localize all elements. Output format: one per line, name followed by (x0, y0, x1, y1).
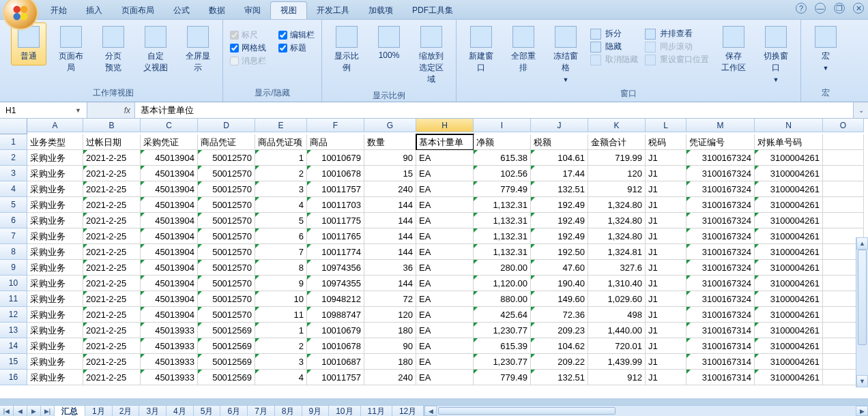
cell[interactable]: 120 (364, 307, 416, 323)
cell[interactable]: 3100004261 (755, 323, 823, 338)
row-header-5[interactable]: 5 (0, 197, 27, 213)
save-workspace-button[interactable]: 保存 工作区 (716, 23, 751, 77)
cell[interactable]: 2021-2-25 (83, 166, 141, 181)
row-header-13[interactable]: 13 (0, 323, 27, 338)
ribbon-tab-4[interactable]: 数据 (199, 2, 235, 19)
cell[interactable]: 基本计量单 (416, 134, 474, 150)
cell[interactable]: 45013904 (141, 307, 198, 323)
cell[interactable]: 779.49 (474, 181, 531, 197)
cell[interactable]: 7 (255, 244, 307, 260)
cell[interactable]: 425.64 (474, 307, 531, 323)
row-header-10[interactable]: 10 (0, 276, 27, 291)
cell[interactable]: J1 (646, 213, 686, 228)
cell[interactable]: 190.40 (531, 276, 588, 291)
cell[interactable]: EA (416, 244, 474, 260)
scroll-down-button[interactable]: ▼ (856, 375, 868, 387)
name-box[interactable]: H1▼ (0, 102, 87, 118)
cell[interactable]: 72 (364, 291, 416, 307)
row-header-15[interactable]: 15 (0, 354, 27, 370)
cell[interactable]: 50012570 (198, 181, 255, 197)
cell[interactable]: 209.22 (531, 354, 588, 370)
sheet-nav-first[interactable]: |◀ (0, 406, 14, 416)
cell[interactable]: 50012570 (198, 197, 255, 213)
cell[interactable]: 104.62 (531, 338, 588, 354)
sheet-nav-prev[interactable]: ◀ (14, 406, 27, 416)
cell[interactable]: 2021-2-25 (83, 291, 141, 307)
cell[interactable]: 3100004261 (755, 181, 823, 197)
ribbon-tab-5[interactable]: 审阅 (235, 2, 270, 19)
cell[interactable]: 3100004261 (755, 276, 823, 291)
cell[interactable]: 45013904 (141, 228, 198, 244)
sheet-tab-8月[interactable]: 8月 (275, 406, 302, 416)
cell[interactable]: 3100004261 (755, 370, 823, 385)
cell[interactable]: 3100167314 (686, 338, 755, 354)
sheet-tab-10月[interactable]: 10月 (329, 406, 360, 416)
cell[interactable]: 3100167324 (686, 276, 755, 291)
cell[interactable]: 3100167324 (686, 150, 755, 166)
cell[interactable]: J1 (646, 291, 686, 307)
sheet-tab-1月[interactable]: 1月 (85, 406, 113, 416)
cell[interactable]: 税额 (531, 134, 588, 150)
ribbon-tab-0[interactable]: 开始 (41, 2, 76, 19)
cell[interactable]: 3100004261 (755, 213, 823, 228)
cell[interactable]: 45013904 (141, 181, 198, 197)
cell[interactable]: 1,310.40 (588, 276, 646, 291)
cell[interactable]: J1 (646, 166, 686, 181)
cell[interactable]: 10988747 (307, 307, 364, 323)
cell[interactable]: 11 (255, 307, 307, 323)
fx-button[interactable]: fx (124, 106, 130, 115)
cell[interactable]: 10010679 (307, 150, 364, 166)
cell[interactable]: 104.61 (531, 150, 588, 166)
chevron-down-icon[interactable]: ▼ (75, 107, 81, 114)
row-header-8[interactable]: 8 (0, 244, 27, 260)
cell[interactable]: 1,439.99 (588, 354, 646, 370)
cell[interactable]: 2021-2-25 (83, 228, 141, 244)
cell[interactable]: 10010687 (307, 354, 364, 370)
cell[interactable]: 采购业务 (27, 276, 83, 291)
row-header-6[interactable]: 6 (0, 213, 27, 228)
cell[interactable]: 1,132.31 (474, 197, 531, 213)
col-header-L[interactable]: L (646, 119, 686, 132)
cell[interactable]: 3100004261 (755, 228, 823, 244)
cell[interactable]: EA (416, 197, 474, 213)
scroll-thumb[interactable] (858, 250, 867, 345)
cell[interactable]: 50012569 (198, 323, 255, 338)
cell[interactable]: 50012569 (198, 354, 255, 370)
cell[interactable]: 50012570 (198, 276, 255, 291)
cell[interactable]: 327.6 (588, 260, 646, 276)
cell[interactable]: 615.38 (474, 150, 531, 166)
cell[interactable]: 45013933 (141, 338, 198, 354)
cell[interactable]: 采购业务 (27, 213, 83, 228)
sheet-tab-5月[interactable]: 5月 (194, 406, 221, 416)
cell[interactable]: J1 (646, 150, 686, 166)
cell[interactable]: 10974355 (307, 276, 364, 291)
cell[interactable] (823, 197, 864, 213)
cell[interactable]: EA (416, 291, 474, 307)
col-header-H[interactable]: H (416, 119, 474, 132)
cell[interactable]: 17.44 (531, 166, 588, 181)
cell[interactable]: 1,120.00 (474, 276, 531, 291)
cell[interactable]: 192.50 (531, 244, 588, 260)
cell[interactable]: 498 (588, 307, 646, 323)
sheet-tab-汇总[interactable]: 汇总 (55, 406, 85, 416)
cell[interactable]: 1,324.80 (588, 213, 646, 228)
cell[interactable]: 净额 (474, 134, 531, 150)
split-button[interactable]: 拆分 (590, 28, 638, 40)
cell[interactable]: 采购业务 (27, 291, 83, 307)
cell[interactable]: EA (416, 370, 474, 385)
cell[interactable]: J1 (646, 338, 686, 354)
cell[interactable]: 2021-2-25 (83, 244, 141, 260)
ribbon-tab-2[interactable]: 页面布局 (112, 2, 164, 19)
cell[interactable]: 5 (255, 213, 307, 228)
cell[interactable]: 1,440.00 (588, 323, 646, 338)
cell[interactable]: 3 (255, 354, 307, 370)
switch-windows-button[interactable]: 切换窗口▼ (758, 23, 794, 87)
row-header-2[interactable]: 2 (0, 150, 27, 166)
zoom-100-button[interactable]: 100% (371, 23, 407, 63)
cell[interactable]: 2021-2-25 (83, 260, 141, 276)
cell[interactable]: J1 (646, 197, 686, 213)
cell[interactable]: 192.49 (531, 197, 588, 213)
cell[interactable]: 2021-2-25 (83, 338, 141, 354)
cell[interactable]: 采购业务 (27, 338, 83, 354)
cell[interactable]: 1,324.80 (588, 228, 646, 244)
